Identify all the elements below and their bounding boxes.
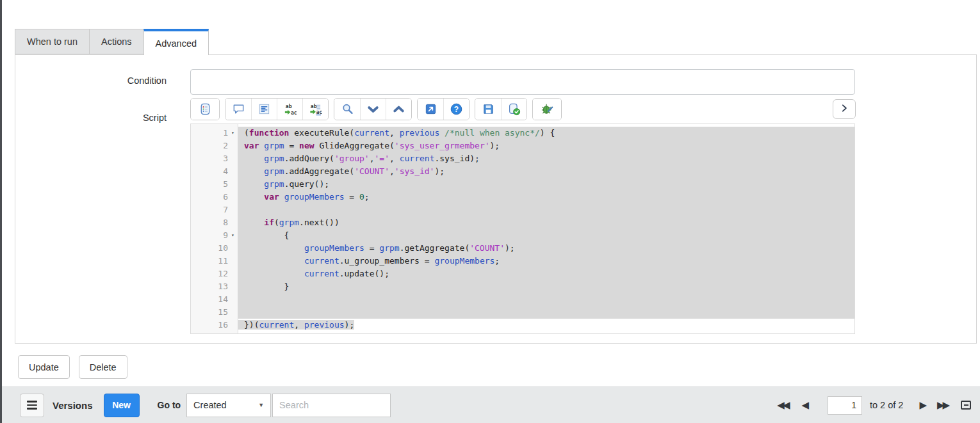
business-rule-form-page: When to runActionsAdvanced Condition Scr… [0, 0, 980, 423]
replace-all-icon: abac [309, 102, 322, 116]
replace-all-button[interactable]: abac [302, 99, 328, 120]
first-page-button[interactable]: ◀◀ [775, 398, 792, 412]
fold-toggle-icon[interactable]: ▾ [228, 229, 238, 242]
gutter-row: 1▾ [191, 127, 238, 140]
line-number: 6 [223, 191, 228, 204]
toggle-syntax-editor-button[interactable] [191, 99, 219, 120]
next-page-button[interactable]: ▶ [917, 398, 929, 412]
gutter-row: 7 [191, 204, 238, 216]
gutter-row: 8 [191, 216, 238, 229]
line-number: 4 [223, 165, 228, 178]
line-number: 10 [218, 242, 228, 255]
bug-icon [541, 102, 554, 116]
chevron-right-icon [839, 103, 849, 115]
gutter-row: 3 [191, 152, 238, 165]
toolbar-group [190, 98, 220, 120]
comment-code-button[interactable] [225, 99, 251, 120]
script-code-editor[interactable]: 1▾23456789▾10111213141516 (function exec… [190, 124, 855, 334]
toolbar-group: ? [417, 98, 470, 120]
pagination-range-text: to 2 of 2 [870, 400, 903, 410]
chevron-down-icon [366, 102, 380, 116]
versions-title: Versions [53, 400, 93, 411]
toolbar-group [475, 98, 527, 120]
code-line: current.u_group_members = groupMembers; [238, 255, 854, 267]
delete-button[interactable]: Delete [79, 355, 127, 379]
line-number: 15 [218, 306, 228, 319]
condition-input[interactable] [190, 69, 855, 95]
editor-code-area: (function executeRule(current, previous … [238, 124, 854, 333]
expand-editor-button[interactable] [833, 99, 856, 119]
gutter-row: 6 [191, 191, 238, 204]
line-number: 13 [218, 280, 228, 293]
svg-text:ab: ab [286, 103, 292, 109]
open-full-screen-button[interactable] [418, 99, 443, 120]
svg-text:ac: ac [291, 109, 297, 116]
check-syntax-button[interactable] [501, 99, 527, 120]
advanced-tab-panel: Condition Script abacabac? 1▾23456789▾10… [15, 54, 977, 344]
line-number: 12 [218, 267, 228, 280]
replace-button[interactable]: abac [277, 99, 302, 120]
tab-actions[interactable]: Actions [89, 29, 143, 54]
format-icon [257, 102, 271, 116]
minimize-list-icon[interactable] [961, 401, 971, 410]
gutter-row: 16 [191, 319, 238, 331]
next-page-icon: ▶ [919, 399, 927, 410]
code-line: } [238, 280, 854, 293]
line-number: 3 [223, 152, 228, 165]
versions-list-bar: Versions New Go to Created ▼ ◀◀ ◀ to 2 o… [2, 387, 980, 423]
gutter-row: 12 [191, 267, 238, 280]
line-number: 8 [223, 216, 228, 229]
script-editor-toolbar: abacabac? [190, 98, 562, 120]
find-next-button[interactable] [360, 99, 386, 120]
editor-gutter: 1▾23456789▾10111213141516 [191, 124, 238, 333]
gutter-row: 10 [191, 242, 238, 255]
gutter-row: 14 [191, 293, 238, 306]
svg-text:ac: ac [316, 109, 322, 115]
svg-text:?: ? [454, 105, 459, 114]
line-number: 16 [218, 319, 228, 331]
tab-advanced[interactable]: Advanced [143, 29, 209, 55]
svg-text:ab: ab [311, 103, 317, 109]
last-page-button[interactable]: ▶▶ [935, 398, 952, 412]
script-scroll-icon [199, 102, 212, 116]
update-button[interactable]: Update [18, 355, 70, 379]
help-button[interactable]: ? [443, 99, 469, 120]
toolbar-group [532, 98, 562, 120]
page-number-input[interactable] [828, 396, 862, 415]
condition-label: Condition [15, 76, 167, 86]
first-page-icon: ◀◀ [777, 399, 788, 411]
dropdown-caret-icon: ▼ [258, 402, 264, 408]
code-line [238, 306, 854, 319]
previous-page-button[interactable]: ◀ [799, 398, 811, 412]
pop-out-icon [424, 102, 437, 116]
gutter-row: 13 [191, 280, 238, 293]
comment-icon [232, 102, 245, 116]
code-line [238, 204, 854, 216]
code-line [238, 293, 854, 306]
toolbar-group: abacabac [225, 98, 329, 120]
form-tabs: When to runActionsAdvanced [15, 29, 209, 54]
code-line: grpm.addAggregate('COUNT','sys_id'); [238, 165, 854, 178]
tab-when-to-run[interactable]: When to run [15, 29, 89, 54]
code-line: current.update(); [238, 267, 854, 280]
debug-button[interactable] [533, 99, 561, 120]
line-number: 1 [223, 127, 228, 140]
list-context-menu-button[interactable] [20, 394, 44, 417]
versions-search-input[interactable] [272, 394, 391, 417]
find-previous-button[interactable] [386, 99, 411, 120]
save-icon [482, 102, 495, 116]
line-number: 2 [223, 140, 228, 152]
code-line: var groupMembers = 0; [238, 191, 854, 204]
find-button[interactable] [334, 99, 360, 120]
code-line: groupMembers = grpm.getAggregate('COUNT'… [238, 242, 854, 255]
fold-toggle-icon[interactable]: ▾ [228, 127, 238, 140]
hamburger-icon [27, 401, 37, 410]
save-button[interactable] [475, 99, 501, 120]
new-button[interactable]: New [104, 394, 140, 417]
line-number: 11 [218, 255, 228, 267]
gutter-row: 11 [191, 255, 238, 267]
format-code-button[interactable] [251, 99, 277, 120]
goto-field-select[interactable]: Created ▼ [186, 394, 271, 417]
code-line: })(current, previous); [238, 319, 854, 331]
line-number: 5 [223, 178, 228, 191]
